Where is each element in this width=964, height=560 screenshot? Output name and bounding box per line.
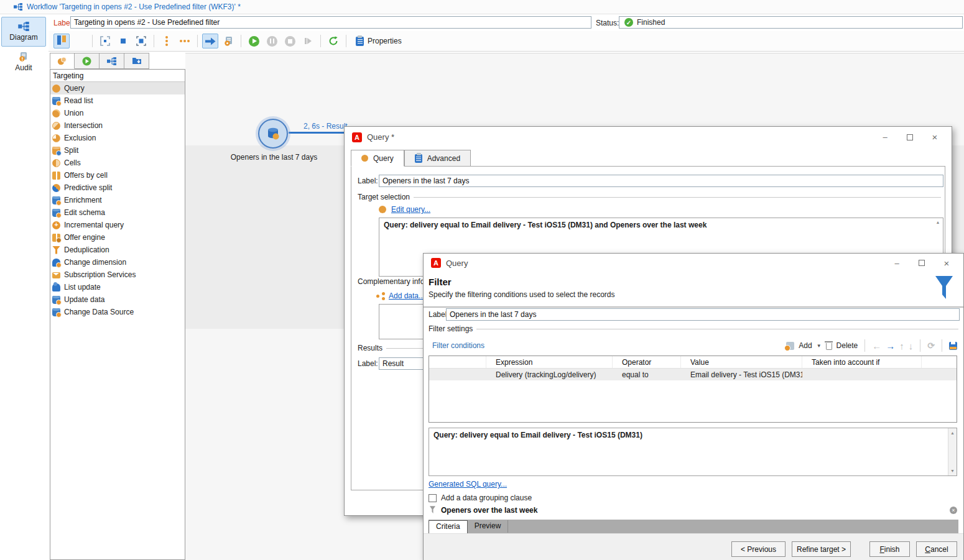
column-value[interactable]: Value xyxy=(681,356,802,368)
predefined-filter-row[interactable]: Openers over the last week × xyxy=(429,506,957,515)
palette-item-label: Read list xyxy=(64,96,93,105)
column-taken-into-account-if[interactable]: Taken into account if xyxy=(802,356,922,368)
follow-arrow-icon xyxy=(205,37,216,45)
rail-tab-diagram[interactable]: Diagram xyxy=(1,17,46,47)
query-dialog-titlebar[interactable]: A Query * – × xyxy=(345,127,952,147)
condition-value[interactable]: Email delivery - Test iOS15 (DM31) xyxy=(681,370,802,379)
edit-query-link[interactable]: Edit query... xyxy=(391,205,430,214)
zoom-selection-button[interactable] xyxy=(133,34,149,48)
palette-item[interactable]: List update xyxy=(50,281,185,293)
move-right-icon[interactable]: → xyxy=(886,341,895,351)
scroll-up-icon[interactable]: ▲ xyxy=(948,431,957,435)
palette-item[interactable]: Offer engine xyxy=(50,231,185,244)
palette-item[interactable]: Incremental query xyxy=(50,219,185,231)
query-activity-node[interactable] xyxy=(258,119,288,149)
zoom-normal-button[interactable] xyxy=(115,34,131,48)
palette-item[interactable]: Union xyxy=(50,107,185,119)
condition-expression[interactable]: Delivery (trackingLog/delivery) xyxy=(486,370,613,379)
palette-item[interactable]: Split xyxy=(50,144,185,157)
align-horizontal-button[interactable] xyxy=(177,34,193,48)
tab-criteria[interactable]: Criteria xyxy=(429,520,468,533)
add-dropdown-caret-icon[interactable]: ▼ xyxy=(817,343,822,349)
add-button[interactable]: Add xyxy=(799,341,812,350)
preview-scrollbar[interactable]: ▲ ▼ xyxy=(948,428,957,475)
left-rail: Diagram Audit xyxy=(0,14,49,560)
grouping-checkbox[interactable] xyxy=(429,494,437,502)
scroll-up-icon[interactable]: ▲ xyxy=(934,220,942,224)
palette-tab-flow-control[interactable] xyxy=(75,53,100,69)
pause-button[interactable] xyxy=(264,34,280,48)
offers-by-cell-icon xyxy=(52,172,60,180)
tab-preview[interactable]: Preview xyxy=(468,520,509,533)
predictive-split-icon xyxy=(52,184,60,192)
rail-tab-diagram-label: Diagram xyxy=(9,33,37,42)
rail-tab-audit[interactable]: Audit xyxy=(1,50,46,74)
scheduling-button[interactable] xyxy=(220,34,236,48)
filter-label-input[interactable] xyxy=(446,308,960,321)
palette-item[interactable]: Change dimension xyxy=(50,256,185,269)
grouping-checkbox-label[interactable]: Add a data grouping clause xyxy=(441,493,532,502)
status-field: ✓ Finished xyxy=(619,16,963,29)
previous-button[interactable]: < Previous xyxy=(731,541,786,557)
palette-item[interactable]: Change Data Source xyxy=(50,306,185,318)
filter-dialog-titlebar[interactable]: A Query – × xyxy=(424,254,963,272)
palette-list: Targeting Query Read list Uni xyxy=(50,69,185,560)
palette-item[interactable]: Intersection xyxy=(50,119,185,132)
refine-target-button[interactable]: Refine target > xyxy=(792,541,851,557)
cancel-button[interactable]: Cancel xyxy=(916,541,957,557)
move-left-icon[interactable]: ← xyxy=(872,341,881,351)
workflow-label-input[interactable] xyxy=(70,16,591,29)
query-label-input[interactable] xyxy=(379,175,943,187)
tab-advanced[interactable]: Advanced xyxy=(404,150,471,167)
delete-button[interactable]: Delete xyxy=(837,341,858,350)
save-filter-icon[interactable] xyxy=(949,342,957,350)
refresh-button[interactable] xyxy=(325,34,341,48)
palette-item[interactable]: Read list xyxy=(50,94,185,107)
transition-label[interactable]: 2, 6s - Result xyxy=(304,122,348,131)
column-expression[interactable]: Expression xyxy=(486,356,613,368)
fit-diagram-button[interactable] xyxy=(97,34,113,48)
layout-vertical-button[interactable] xyxy=(53,34,70,48)
palette-item[interactable]: Query xyxy=(50,82,185,94)
transition-line[interactable] xyxy=(289,132,346,134)
palette-item[interactable]: Enrichment xyxy=(50,194,185,206)
close-icon[interactable]: × xyxy=(942,259,951,267)
palette-tab-actions[interactable] xyxy=(100,53,124,69)
palette-item[interactable]: Subscription Services xyxy=(50,269,185,281)
align-vertical-button[interactable] xyxy=(159,34,175,48)
finish-button[interactable]: Finish xyxy=(869,541,910,557)
palette-item[interactable]: Exclusion xyxy=(50,132,185,144)
properties-button[interactable]: Properties xyxy=(351,35,407,48)
minimize-icon[interactable]: – xyxy=(892,259,901,267)
move-down-icon[interactable]: ↓ xyxy=(909,341,914,351)
palette-tab-targeting[interactable] xyxy=(50,53,75,69)
reload-icon[interactable]: ⟳ xyxy=(927,341,935,351)
palette-item[interactable]: Update data xyxy=(50,293,185,306)
palette-item[interactable]: Cells xyxy=(50,157,185,169)
layout-horizontal-button[interactable] xyxy=(72,34,88,48)
follow-transition-button[interactable] xyxy=(202,34,218,48)
move-up-icon[interactable]: ↑ xyxy=(899,341,904,351)
close-icon[interactable]: × xyxy=(930,133,939,142)
palette-item[interactable]: Deduplication xyxy=(50,244,185,256)
minimize-icon[interactable]: – xyxy=(881,133,889,142)
condition-operator[interactable]: equal to xyxy=(613,370,681,379)
maximize-button[interactable] xyxy=(917,259,926,267)
palette-item[interactable]: Offers by cell xyxy=(50,169,185,181)
generated-sql-query-link[interactable]: Generated SQL query... xyxy=(429,480,507,489)
tab-query[interactable]: Query xyxy=(351,150,404,167)
scroll-down-icon[interactable]: ▼ xyxy=(948,469,957,473)
column-operator[interactable]: Operator xyxy=(613,356,681,368)
condition-row[interactable]: Delivery (trackingLog/delivery) equal to… xyxy=(429,369,957,380)
start-button[interactable] xyxy=(246,34,262,48)
stop-button[interactable] xyxy=(282,34,298,48)
step-button[interactable] xyxy=(300,34,316,48)
finished-check-icon: ✓ xyxy=(624,18,633,27)
palette-tab-events[interactable] xyxy=(124,53,149,69)
remove-filter-icon[interactable]: × xyxy=(950,507,957,514)
palette-item[interactable]: Edit schema xyxy=(50,206,185,219)
add-data-link[interactable]: Add data... xyxy=(389,291,425,300)
palette-item[interactable]: Predictive split xyxy=(50,181,185,194)
subscription-services-icon xyxy=(52,272,60,278)
maximize-button[interactable] xyxy=(906,133,914,142)
